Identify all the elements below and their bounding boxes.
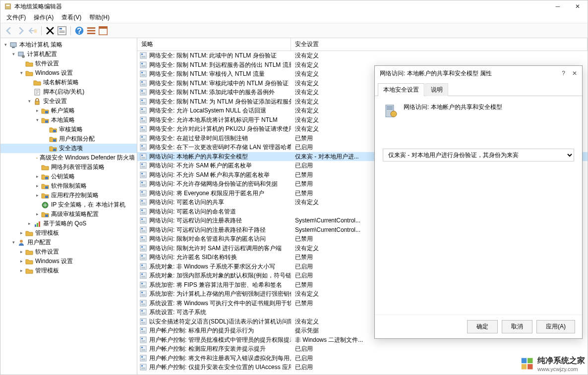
tree-item[interactable]: ▸高级审核策略配置: [0, 210, 137, 219]
tree-twisty[interactable]: ▸: [18, 257, 24, 266]
folderb-icon: [49, 145, 57, 153]
dialog-help-button[interactable]: ?: [562, 70, 565, 77]
tree-twisty[interactable]: ▾: [18, 69, 24, 77]
tree-item[interactable]: ▾计算机配置: [0, 50, 137, 59]
svg-rect-129: [141, 267, 145, 268]
tree-item[interactable]: ▾本地策略: [0, 115, 137, 125]
policy-name: 系统对象: 非 Windows 子系统不要求区分大小写: [149, 262, 275, 271]
menu-action[interactable]: 操作(A): [31, 12, 57, 23]
tree-item[interactable]: ▸基于策略的 QoS: [0, 219, 137, 228]
policy-icon: [383, 103, 399, 119]
tab-description[interactable]: 说明: [425, 83, 448, 96]
tab-local-security[interactable]: 本地安全设置: [378, 83, 424, 96]
policy-icon: [139, 216, 147, 224]
view-details-button[interactable]: [98, 25, 109, 36]
svg-rect-166: [141, 350, 145, 351]
column-policy[interactable]: 策略: [137, 38, 291, 51]
tree-item[interactable]: ▸管理模板: [0, 266, 137, 275]
policy-row[interactable]: 用户帐户控制: 检测应用程序安装并提示提升已启用: [137, 344, 588, 354]
tree-twisty[interactable]: ▸: [34, 182, 40, 190]
policy-row[interactable]: 网络安全: 限制 NTLM: 此域中的 NTLM 身份验证没有定义: [137, 51, 588, 60]
svg-rect-4: [59, 28, 62, 29]
tree-item[interactable]: ▸软件限制策略: [0, 181, 137, 191]
dialog-tabs: 本地安全设置 说明: [375, 81, 582, 96]
tree-item[interactable]: 软件设置: [0, 59, 137, 68]
menu-view[interactable]: 查看(V): [59, 12, 84, 23]
tree-item[interactable]: ▸Windows 设置: [0, 257, 137, 266]
svg-rect-156: [141, 328, 143, 330]
tree-twisty[interactable]: ▸: [34, 191, 40, 200]
tree-twisty[interactable]: ▸: [34, 172, 40, 181]
tree-item[interactable]: ▾Windows 设置: [0, 68, 137, 78]
close-button[interactable]: ✕: [572, 3, 584, 10]
svg-rect-153: [141, 322, 145, 322]
policy-row[interactable]: 用户帐户控制: 将文件和注册表写入错误虚拟化到每用户位置已启用: [137, 354, 588, 363]
tree-item[interactable]: 脚本(启动/关机): [0, 87, 137, 97]
tree-item[interactable]: 网络列表管理器策略: [0, 162, 137, 172]
svg-rect-117: [141, 239, 145, 240]
tree-item[interactable]: 审核策略: [0, 125, 137, 134]
svg-rect-141: [141, 294, 145, 295]
security-model-select[interactable]: 仅来宾 - 对本地用户进行身份验证，其身份为来宾: [383, 149, 574, 161]
tree-item[interactable]: ▾安全设置: [0, 97, 137, 106]
policy-icon: [139, 125, 147, 133]
tree-item[interactable]: IP 安全策略，在 本地计算机: [0, 200, 137, 210]
tree-twisty[interactable]: ▸: [34, 210, 40, 218]
tree-item[interactable]: ▾本地计算机 策略: [0, 40, 137, 50]
tree-pane[interactable]: ▾本地计算机 策略▾计算机配置 软件设置▾Windows 设置 域名解析策略 脚…: [0, 38, 137, 375]
view-list-button[interactable]: [86, 25, 97, 36]
tree-twisty[interactable]: ▾: [2, 41, 8, 49]
forward-button[interactable]: [15, 25, 26, 36]
tree-label: 软件限制策略: [51, 182, 87, 190]
tree-item[interactable]: ▸帐户策略: [0, 106, 137, 115]
help-button[interactable]: ?: [74, 25, 85, 36]
up-button[interactable]: [27, 25, 38, 36]
menu-file[interactable]: 文件(F): [3, 12, 29, 23]
tree-item[interactable]: 安全选项: [0, 144, 137, 153]
app-icon: [4, 3, 11, 10]
cancel-button[interactable]: 取消: [502, 320, 532, 333]
back-button[interactable]: [3, 25, 14, 36]
tree-label: IP 安全策略，在 本地计算机: [51, 201, 125, 209]
watermark: 纯净系统之家 www.ycwjzy.com: [521, 356, 585, 372]
tree-item[interactable]: ▸管理模板: [0, 228, 137, 238]
tree-twisty[interactable]: ▾: [10, 50, 16, 58]
tree-item[interactable]: 域名解析策略: [0, 78, 137, 87]
svg-rect-76: [141, 145, 143, 147]
svg-rect-6: [59, 32, 65, 32]
delete-button[interactable]: [45, 25, 56, 36]
tree-item[interactable]: ▸软件设置: [0, 247, 137, 257]
tree-item[interactable]: ▾用户配置: [0, 238, 137, 247]
tree-item[interactable]: 用户权限分配: [0, 134, 137, 144]
svg-rect-165: [141, 349, 145, 350]
folderb-icon: [41, 173, 49, 181]
tree-twisty[interactable]: ▸: [18, 267, 24, 275]
dialog-close-button[interactable]: ✕: [572, 70, 577, 77]
policy-row[interactable]: 用户帐户控制: 仅提升安装在安全位置的 UIAccess 应用程序已启用: [137, 363, 588, 372]
tree-item[interactable]: ▸公钥策略: [0, 172, 137, 181]
tree-item[interactable]: ▸应用程序控制策略: [0, 191, 137, 200]
tree-twisty[interactable]: ▾: [10, 238, 16, 247]
tree-twisty[interactable]: ▸: [18, 229, 24, 237]
policy-name: 网络访问: 将 Everyone 权限应用于匿名用户: [149, 189, 264, 198]
svg-rect-64: [141, 118, 143, 119]
svg-rect-114: [141, 231, 145, 232]
tree-twisty[interactable]: ▾: [34, 116, 40, 124]
properties-button[interactable]: [57, 25, 67, 36]
svg-rect-88: [141, 173, 143, 174]
tree-twisty[interactable]: ▸: [34, 107, 40, 115]
svg-rect-51: [140, 89, 146, 95]
tree-twisty[interactable]: ▸: [18, 248, 24, 256]
tree-twisty[interactable]: ▾: [26, 97, 32, 106]
minimize-button[interactable]: ─: [552, 3, 564, 10]
policy-name: 系统加密: 将 FIPS 兼容算法用于加密、哈希和签名: [149, 280, 282, 290]
ok-button[interactable]: 确定: [467, 320, 498, 333]
tree-twisty[interactable]: ▸: [26, 219, 32, 228]
folder-icon: [25, 60, 33, 68]
svg-rect-118: [141, 240, 145, 241]
policy-icon: [139, 79, 147, 87]
tree-item[interactable]: 高级安全 Windows Defender 防火墙: [0, 153, 137, 162]
apply-button[interactable]: 应用(A): [536, 320, 575, 333]
menu-help[interactable]: 帮助(H): [86, 12, 113, 23]
column-setting[interactable]: 安全设置: [291, 38, 588, 51]
